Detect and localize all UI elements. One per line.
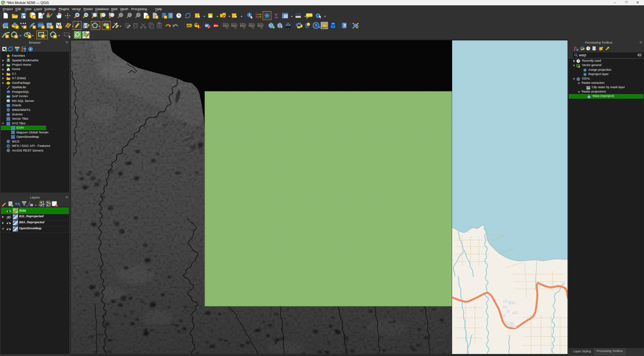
svg-text:abc: abc: [214, 24, 218, 27]
svg-text:abc: abc: [232, 23, 237, 27]
svg-text:?: ?: [344, 24, 346, 27]
svg-text:abc: abc: [187, 24, 192, 27]
svg-text:i: i: [249, 13, 250, 17]
svg-text:abc: abc: [240, 23, 246, 27]
svg-text:abc: abc: [249, 23, 254, 27]
svg-text:Σ: Σ: [274, 12, 278, 19]
svg-text:i: i: [30, 47, 31, 51]
svg-text:abc: abc: [258, 23, 263, 27]
svg-text:abc: abc: [223, 23, 228, 27]
